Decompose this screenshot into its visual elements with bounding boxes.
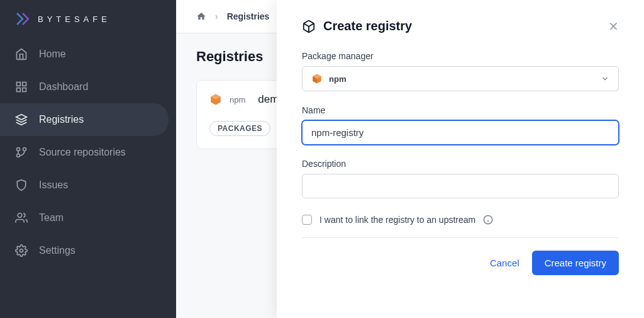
upstream-label: I want to link the registry to an upstre… bbox=[319, 215, 475, 225]
description-field: Description bbox=[302, 159, 619, 198]
modal-divider bbox=[302, 237, 619, 238]
description-label: Description bbox=[302, 159, 619, 169]
modal-title: Create registry bbox=[323, 19, 412, 33]
npm-cube-icon bbox=[311, 73, 323, 84]
chevron-down-icon bbox=[601, 74, 609, 83]
name-label: Name bbox=[302, 105, 619, 115]
upstream-checkbox-row: I want to link the registry to an upstre… bbox=[302, 215, 619, 225]
modal-footer: Cancel Create registry bbox=[302, 251, 619, 275]
modal-header: Create registry ✕ bbox=[302, 19, 619, 33]
close-button[interactable]: ✕ bbox=[608, 20, 619, 33]
upstream-checkbox[interactable] bbox=[302, 215, 312, 225]
info-icon[interactable] bbox=[483, 215, 493, 225]
package-manager-select[interactable]: npm bbox=[302, 66, 619, 91]
modal-overlay: Create registry ✕ Package manager npm bbox=[0, 0, 644, 318]
name-field: Name bbox=[302, 105, 619, 145]
create-registry-button[interactable]: Create registry bbox=[532, 251, 619, 275]
cancel-button[interactable]: Cancel bbox=[490, 258, 519, 268]
name-input[interactable] bbox=[302, 120, 619, 145]
package-manager-value: npm bbox=[329, 74, 346, 84]
description-input[interactable] bbox=[302, 174, 619, 198]
create-registry-modal: Create registry ✕ Package manager npm bbox=[277, 0, 644, 318]
cube-icon bbox=[302, 20, 316, 33]
package-manager-label: Package manager bbox=[302, 51, 619, 61]
package-manager-field: Package manager npm bbox=[302, 51, 619, 91]
